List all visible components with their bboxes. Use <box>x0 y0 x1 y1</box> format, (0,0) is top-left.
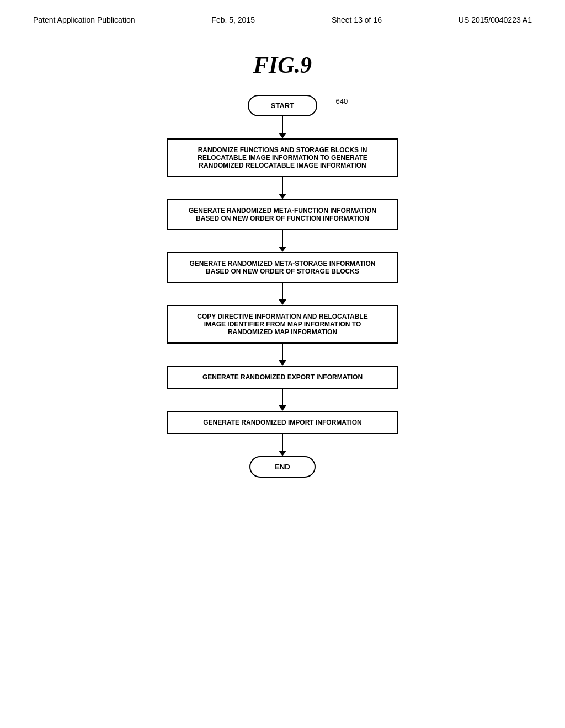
arrow-4 <box>279 344 286 366</box>
start-node-wrapper: START 640 <box>248 95 317 116</box>
start-node: START <box>248 95 317 116</box>
flowchart-diagram: START 640 RANDOMIZE FUNCTIONS AND STORAG… <box>0 95 565 500</box>
node-650: GENERATE RANDOMIZED EXPORT INFORMATION <box>167 366 398 389</box>
node-row-650: GENERATE RANDOMIZED EXPORT INFORMATION 6… <box>167 366 398 389</box>
node-652-text: GENERATE RANDOMIZED IMPORT INFORMATION <box>203 419 362 426</box>
header-center-date: Feb. 5, 2015 <box>211 15 255 24</box>
node-650-text: GENERATE RANDOMIZED EXPORT INFORMATION <box>202 373 363 381</box>
node-646: GENERATE RANDOMIZED META-STORAGE INFORMA… <box>167 252 398 283</box>
page-header: Patent Application Publication Feb. 5, 2… <box>0 0 565 30</box>
node-648: COPY DIRECTIVE INFORMATION AND RELOCATAB… <box>167 305 398 344</box>
node-row-644: GENERATE RANDOMIZED META-FUNCTION INFORM… <box>167 199 398 230</box>
figure-title: FIG.9 <box>0 52 565 78</box>
end-node: END <box>249 456 316 478</box>
header-patent: US 2015/0040223 A1 <box>459 15 532 24</box>
node-648-text: COPY DIRECTIVE INFORMATION AND RELOCATAB… <box>197 313 367 336</box>
header-left: Patent Application Publication <box>33 15 135 24</box>
arrow-2 <box>279 230 286 252</box>
arrow-1 <box>279 177 286 199</box>
node-row-648: COPY DIRECTIVE INFORMATION AND RELOCATAB… <box>167 305 398 344</box>
node-row-652: GENERATE RANDOMIZED IMPORT INFORMATION 6… <box>167 411 398 434</box>
node-row-646: GENERATE RANDOMIZED META-STORAGE INFORMA… <box>167 252 398 283</box>
arrow-6 <box>279 434 286 456</box>
node-652: GENERATE RANDOMIZED IMPORT INFORMATION <box>167 411 398 434</box>
node-644: GENERATE RANDOMIZED META-FUNCTION INFORM… <box>167 199 398 230</box>
node-642-text: RANDOMIZE FUNCTIONS AND STORAGE BLOCKS I… <box>198 146 367 169</box>
node-644-text: GENERATE RANDOMIZED META-FUNCTION INFORM… <box>189 207 376 222</box>
node-642: RANDOMIZE FUNCTIONS AND STORAGE BLOCKS I… <box>167 138 398 177</box>
arrow-3 <box>279 283 286 305</box>
arrow-5 <box>279 389 286 411</box>
header-sheet: Sheet 13 of 16 <box>332 15 382 24</box>
start-ref-label: 640 <box>335 97 348 105</box>
node-646-text: GENERATE RANDOMIZED META-STORAGE INFORMA… <box>189 260 375 275</box>
arrow-0 <box>279 116 286 138</box>
node-row-642: RANDOMIZE FUNCTIONS AND STORAGE BLOCKS I… <box>167 138 398 177</box>
